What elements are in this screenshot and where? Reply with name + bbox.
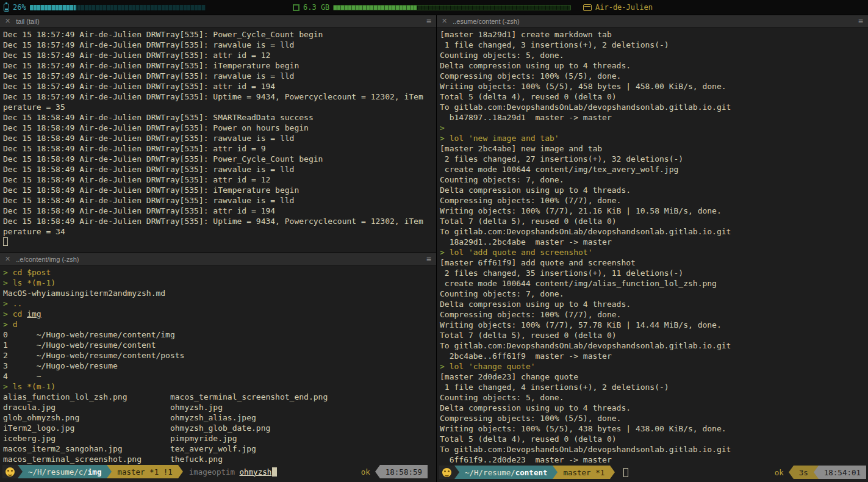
terminal-text: [master 2d0de23] change quote: [440, 372, 578, 381]
terminal-line: > lol 'add quote and screenshot': [440, 247, 865, 257]
close-icon[interactable]: ✕: [5, 18, 10, 24]
terminal-line: Dec 15 18:57:49 Air-de-Julien DRWTray[53…: [3, 81, 433, 92]
terminal-text: >: [3, 320, 13, 329]
battery-widget: 26%: [4, 0, 206, 15]
terminal-line: Delta compression using up to 4 threads.: [440, 403, 865, 413]
terminal-output[interactable]: > cd $post> ls *(m-1)MacOS-whyiamusingit…: [0, 265, 436, 465]
terminal-line: macos_iterm2_sangohan.jpg tex_avery_wolf…: [3, 444, 433, 454]
terminal-line: create mode 100644 content/img/tex_avery…: [440, 164, 865, 174]
terminal-line: Dec 15 18:58:49 Air-de-Julien DRWTray[53…: [3, 206, 433, 216]
terminal-line: Dec 15 18:58:49 Air-de-Julien DRWTray[53…: [3, 216, 433, 226]
terminal-text: perature = 35: [3, 103, 65, 112]
terminal-text: create mode 100644 content/img/alias_fun…: [440, 279, 717, 288]
cwd-prefix: ~/H/resume/: [465, 468, 515, 477]
typed-argument: ohmyzsh: [240, 467, 272, 477]
terminal-text: Dec 15 18:58:49 Air-de-Julien DRWTray[53…: [3, 144, 265, 153]
terminal-line: Counting objects: 7, done.: [440, 174, 865, 185]
terminal-line: perature = 35: [3, 102, 433, 112]
left-column: ✕ tail (tail) ≡ Dec 15 18:57:49 Air-de-J…: [0, 15, 437, 482]
powerline-separator: [375, 465, 380, 478]
terminal-line: Dec 15 18:58:49 Air-de-Julien DRWTray[53…: [3, 195, 433, 206]
terminal-text: 2bc4abe..6ff61f9 master -> master: [440, 351, 612, 361]
terminal-line: To gitlab.com:DevopshandsOnLab/devopshan…: [440, 340, 865, 351]
memory-widget: 6.3 GB: [293, 0, 571, 15]
terminal-text: Delta compression using up to 4 threads.: [440, 61, 631, 70]
terminal-line: Compressing objects: 100% (5/5), done.: [440, 71, 865, 81]
cwd-last: content: [515, 468, 548, 477]
terminal-text: Writing objects: 100% (7/7), 21.16 KiB |…: [440, 206, 722, 215]
terminal-text: Dec 15 18:58:49 Air-de-Julien DRWTray[53…: [3, 196, 294, 205]
memory-bar-fill: [334, 5, 417, 10]
terminal-text: >: [440, 248, 450, 257]
terminal-output[interactable]: Dec 15 18:57:49 Air-de-Julien DRWTray[53…: [0, 27, 436, 253]
terminal-line: 1 ~/Hugo-web/resume/content: [3, 340, 433, 350]
pane-title-bar[interactable]: ✕ ..esume/content (-zsh) ≡: [437, 15, 868, 27]
cwd-last: img: [88, 467, 102, 477]
terminal-text: 0 ~/Hugo-web/resume/content/img: [3, 330, 175, 339]
terminal-line: iTerm2_logo.jpg ohmyzsh_glob_date.png: [3, 423, 433, 433]
iterm-window: 26% 6.3 GB Air-de-Julien ✕ tail (tail) ≡…: [0, 0, 868, 482]
terminal-text: Dec 15 18:57:49 Air-de-Julien DRWTray[53…: [3, 40, 294, 49]
terminal-line: > ..: [3, 298, 433, 309]
terminal-text: 3 ~/Hugo-web/resume: [3, 361, 118, 370]
terminal-text: Dec 15 18:57:49 Air-de-Julien DRWTray[53…: [3, 61, 299, 70]
terminal-text: >: [3, 299, 13, 308]
memory-label: 6.3 GB: [303, 3, 329, 12]
close-icon[interactable]: ✕: [442, 18, 447, 24]
terminal-line: > cd $post: [3, 267, 433, 278]
battery-bar: [30, 5, 206, 10]
terminal-line: Dec 15 18:58:49 Air-de-Julien DRWTray[53…: [3, 164, 433, 174]
smirk-emoji-icon: [2, 465, 18, 478]
menu-icon[interactable]: ≡: [426, 17, 431, 26]
hostname-label: Air-de-Julien: [595, 3, 653, 12]
terminal-text: Total 5 (delta 4), reused 0 (delta 0): [440, 434, 617, 444]
typed-command-area[interactable]: imageoptim ohmyzsh: [183, 467, 277, 477]
terminal-text: 2 files changed, 27 insertions(+), 32 de…: [440, 154, 683, 164]
terminal-text: 1 file changed, 4 insertions(+), 2 delet…: [440, 383, 669, 392]
terminal-text: To gitlab.com:DevopshandsOnLab/devopshan…: [440, 227, 731, 236]
terminal-line: Dec 15 18:58:49 Air-de-Julien DRWTray[53…: [3, 133, 433, 143]
terminal-line: create mode 100644 content/img/alias_fun…: [440, 278, 865, 289]
close-icon[interactable]: ✕: [5, 256, 10, 262]
terminal-text: Dec 15 18:57:49 Air-de-Julien DRWTray[53…: [3, 51, 270, 60]
terminal-line: 2 files changed, 27 insertions(+), 32 de…: [440, 154, 865, 164]
battery-percent-label: 26%: [13, 3, 26, 12]
menu-icon[interactable]: ≡: [426, 255, 431, 264]
terminal-line: 6ff61f9..2d0de23 master -> master: [440, 455, 865, 465]
terminal-text: Compressing objects: 100% (5/5), done.: [440, 71, 621, 81]
terminal-text: Delta compression using up to 4 threads.: [440, 403, 631, 412]
terminal-line: Total 7 (delta 5), reused 0 (delta 0): [440, 216, 865, 226]
terminal-text: 2 ~/Hugo-web/resume/content/posts: [3, 351, 184, 360]
terminal-text: Delta compression using up to 4 threads.: [440, 300, 631, 309]
terminal-text: Dec 15 18:58:49 Air-de-Julien DRWTray[53…: [3, 217, 423, 226]
pane-shell-content: ✕ ..esume/content (-zsh) ≡ [master 18a29…: [437, 15, 868, 482]
terminal-line: Counting objects: 7, done.: [440, 289, 865, 299]
memory-bar: [333, 5, 571, 10]
terminal-text: Dec 15 18:58:49 Air-de-Julien DRWTray[53…: [3, 123, 309, 132]
terminal-text: Dec 15 18:58:49 Air-de-Julien DRWTray[53…: [3, 206, 275, 215]
terminal-text: >: [440, 123, 445, 132]
terminal-text: 18a29d1..2bc4abe master -> master: [440, 237, 612, 246]
terminal-line: iceberg.jpg pimpmyride.jpg: [3, 433, 433, 444]
terminal-line: Dec 15 18:57:49 Air-de-Julien DRWTray[53…: [3, 71, 433, 81]
terminal-text: ..: [13, 299, 23, 308]
terminal-line: Total 5 (delta 4), reused 0 (delta 0): [440, 434, 865, 444]
terminal-line: alias_function_lol_zsh.png macos_termina…: [3, 392, 433, 402]
pane-grid: ✕ tail (tail) ≡ Dec 15 18:57:49 Air-de-J…: [0, 15, 868, 482]
powerline-separator: [18, 465, 23, 478]
terminal-line: [master 18a29d1] create markdown tab: [440, 29, 865, 40]
terminal-line: 2 files changed, 35 insertions(+), 11 de…: [440, 268, 865, 278]
pane-title-bar[interactable]: ✕ ..e/content/img (-zsh) ≡: [0, 253, 436, 265]
terminal-text: Dec 15 18:58:49 Air-de-Julien DRWTray[53…: [3, 185, 299, 195]
terminal-line: [master 2d0de23] change quote: [440, 372, 865, 382]
terminal-line: Writing objects: 100% (5/5), 458 bytes |…: [440, 81, 865, 92]
terminal-text: lol 'new image and tab': [450, 134, 559, 143]
menu-icon[interactable]: ≡: [858, 17, 863, 26]
terminal-line: [master 6ff61f9] add quote and screensho…: [440, 257, 865, 268]
terminal-line: glob_ohmyzsh.png ohmyzsh_alias.jpeg: [3, 412, 433, 423]
pane-title-bar[interactable]: ✕ tail (tail) ≡: [0, 15, 436, 27]
terminal-line: To gitlab.com:DevopshandsOnLab/devopshan…: [440, 226, 865, 237]
terminal-text: create mode 100644 content/img/tex_avery…: [440, 165, 678, 174]
terminal-output[interactable]: [master 18a29d1] create markdown tab 1 f…: [437, 27, 868, 466]
terminal-text: Writing objects: 100% (7/7), 57.78 KiB |…: [440, 320, 722, 329]
